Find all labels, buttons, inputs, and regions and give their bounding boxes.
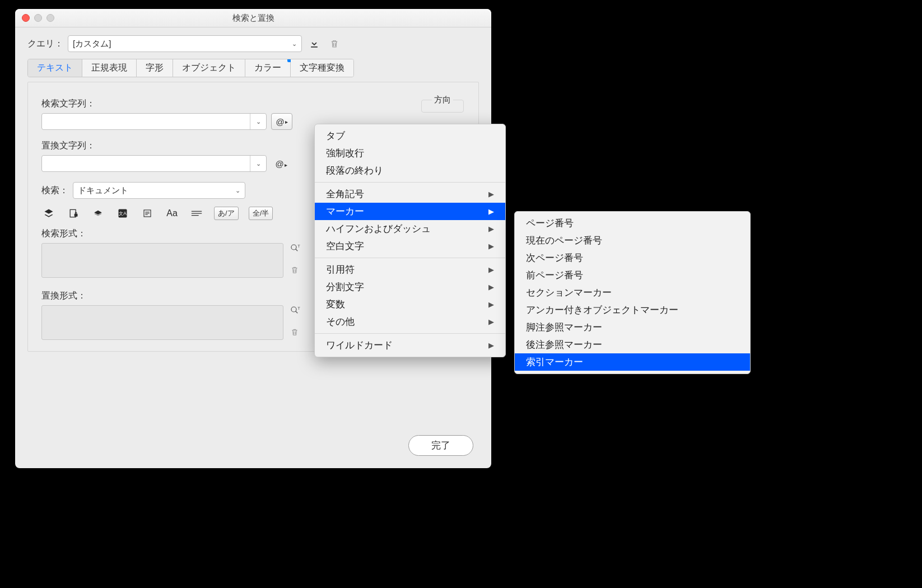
submenu-arrow-icon: ▶ xyxy=(488,242,494,250)
menu-item-fullwidth-symbols[interactable]: 全角記号▶ xyxy=(315,185,505,203)
find-input[interactable]: ⌄ xyxy=(41,113,267,130)
chevron-down-icon: ⌄ xyxy=(250,156,266,171)
submenu-arrow-icon: ▶ xyxy=(488,190,494,198)
save-query-button[interactable] xyxy=(306,36,322,52)
replace-input[interactable]: ⌄ xyxy=(41,155,267,172)
scope-combo[interactable]: ドキュメント ⌄ xyxy=(73,182,245,199)
tab-transliterate[interactable]: 文字種変換 xyxy=(291,59,353,77)
tab-color-label: カラー xyxy=(254,63,281,72)
direction-legend: 方向 xyxy=(432,95,453,105)
find-format-box[interactable] xyxy=(41,243,283,278)
svg-rect-1 xyxy=(74,214,78,217)
menu-item-forced-break[interactable]: 強制改行 xyxy=(315,144,505,162)
svg-line-12 xyxy=(296,249,298,251)
submenu-item-section-marker[interactable]: セクションマーカー xyxy=(515,284,750,301)
submenu-item-page-number[interactable]: ページ番号 xyxy=(515,214,750,232)
svg-line-15 xyxy=(296,311,298,314)
master-pages-icon[interactable]: 文A xyxy=(115,207,130,220)
specify-replace-format-button[interactable]: T xyxy=(289,305,300,317)
submenu-item-index-marker[interactable]: 索引マーカー xyxy=(515,353,750,371)
magnifier-type-icon: T xyxy=(289,305,300,315)
trash-icon xyxy=(290,265,299,275)
tab-color[interactable]: カラー xyxy=(245,59,291,77)
download-icon xyxy=(309,38,320,49)
footnotes-icon[interactable] xyxy=(140,207,155,220)
case-sensitive-toggle[interactable]: Aa xyxy=(165,207,179,220)
at-symbol: @ xyxy=(275,159,283,169)
submenu-item-next-page[interactable]: 次ページ番号 xyxy=(515,249,750,267)
window-title: 検索と置換 xyxy=(15,13,491,24)
scope-value: ドキュメント xyxy=(78,185,128,196)
locked-stories-icon[interactable] xyxy=(66,207,81,220)
tab-text[interactable]: テキスト xyxy=(28,59,82,77)
trash-icon xyxy=(290,327,299,337)
tab-regex[interactable]: 正規表現 xyxy=(82,59,137,77)
tab-glyph[interactable]: 字形 xyxy=(137,59,173,77)
menu-item-hyphen-dash[interactable]: ハイフンおよびダッシュ▶ xyxy=(315,220,505,237)
submenu-arrow-icon: ▶ xyxy=(488,207,494,216)
query-combo[interactable]: [カスタム] ⌄ xyxy=(68,35,302,52)
direction-group: 方向 xyxy=(421,95,464,113)
whole-word-icon[interactable] xyxy=(189,207,204,220)
svg-text:T: T xyxy=(297,306,300,311)
menu-item-break-chars[interactable]: 分割文字▶ xyxy=(315,278,505,296)
menu-item-end-paragraph[interactable]: 段落の終わり xyxy=(315,162,505,179)
done-button[interactable]: 完了 xyxy=(408,435,473,456)
find-special-chars-button[interactable]: @▸ xyxy=(271,113,292,130)
magnifier-type-icon: T xyxy=(289,243,300,253)
submenu-arrow-icon: ▶ xyxy=(488,341,494,349)
submenu-arrow-icon: ▶ xyxy=(488,225,494,233)
svg-text:T: T xyxy=(297,244,300,249)
menu-item-whitespace[interactable]: 空白文字▶ xyxy=(315,237,505,255)
submenu-arrow-icon: ▶ xyxy=(488,283,494,291)
locked-layers-icon[interactable] xyxy=(41,207,56,220)
kana-sensitive-toggle[interactable]: あ/ア xyxy=(214,207,239,220)
clear-replace-format-button[interactable] xyxy=(290,327,299,339)
query-value: [カスタム] xyxy=(73,39,111,49)
menu-separator xyxy=(315,182,505,183)
submenu-item-prev-page[interactable]: 前ページ番号 xyxy=(515,267,750,284)
mode-tabs: テキスト 正規表現 字形 オブジェクト カラー 文字種変換 xyxy=(27,59,354,77)
clear-find-format-button[interactable] xyxy=(290,265,299,277)
submenu-item-current-page[interactable]: 現在のページ番号 xyxy=(515,232,750,249)
menu-item-other[interactable]: その他▶ xyxy=(315,313,505,330)
submenu-arrow-icon: ▶ xyxy=(488,265,494,274)
submenu-arrow-icon: ▶ xyxy=(488,318,494,326)
submenu-item-footnote-ref[interactable]: 脚注参照マーカー xyxy=(515,319,750,336)
special-chars-menu: タブ 強制改行 段落の終わり 全角記号▶ マーカー▶ ハイフンおよびダッシュ▶ … xyxy=(314,124,506,357)
menu-separator xyxy=(315,258,505,258)
width-sensitive-toggle[interactable]: 全/半 xyxy=(249,207,273,220)
menu-item-variables[interactable]: 変数▶ xyxy=(315,296,505,313)
hidden-layers-icon[interactable] xyxy=(91,207,105,220)
query-label: クエリ： xyxy=(27,38,63,50)
submenu-arrow-icon: ▶ xyxy=(488,300,494,309)
find-label: 検索文字列： xyxy=(41,98,465,110)
svg-text:文A: 文A xyxy=(119,211,127,216)
delete-query-button[interactable] xyxy=(327,36,342,52)
menu-item-marker[interactable]: マーカー▶ xyxy=(315,203,505,220)
menu-item-wildcard[interactable]: ワイルドカード▶ xyxy=(315,337,505,354)
submenu-item-anchored-object[interactable]: アンカー付きオブジェクトマーカー xyxy=(515,301,750,319)
scope-label: 検索： xyxy=(41,185,68,197)
titlebar: 検索と置換 xyxy=(15,9,491,27)
menu-separator xyxy=(315,333,505,334)
chevron-down-icon: ⌄ xyxy=(235,187,240,194)
submenu-item-endnote-ref[interactable]: 後注参照マーカー xyxy=(515,336,750,353)
trash-icon xyxy=(329,38,339,49)
menu-item-tab[interactable]: タブ xyxy=(315,127,505,144)
marker-submenu: ページ番号 現在のページ番号 次ページ番号 前ページ番号 セクションマーカー ア… xyxy=(514,211,751,374)
replace-format-box[interactable] xyxy=(41,305,283,340)
replace-special-chars-button[interactable]: @▸ xyxy=(271,159,291,169)
menu-item-quotes[interactable]: 引用符▶ xyxy=(315,261,505,278)
tab-object[interactable]: オブジェクト xyxy=(173,59,245,77)
at-symbol: @ xyxy=(276,117,284,127)
specify-find-format-button[interactable]: T xyxy=(289,243,300,255)
chevron-down-icon: ⌄ xyxy=(292,40,297,48)
chevron-down-icon: ⌄ xyxy=(250,114,266,129)
query-row: クエリ： [カスタム] ⌄ xyxy=(27,35,479,52)
